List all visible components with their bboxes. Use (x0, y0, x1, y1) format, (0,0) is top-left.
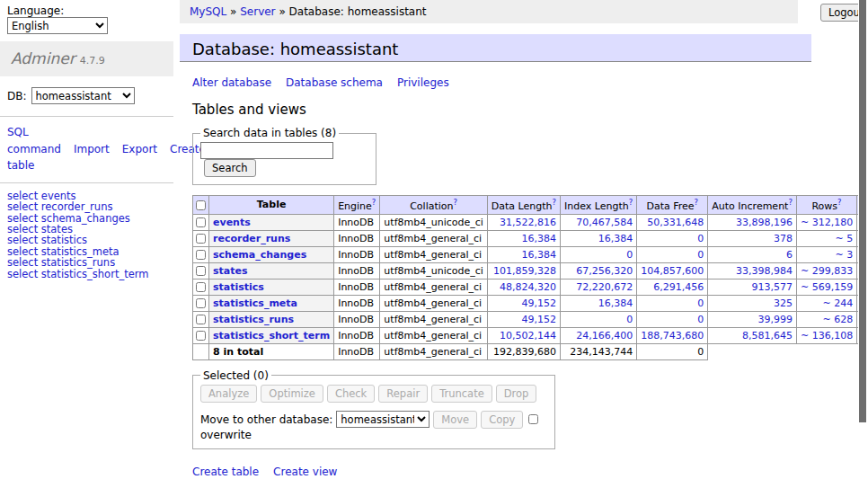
scrollbar-thumb[interactable] (859, 0, 866, 422)
rows-count-link[interactable]: ~ 569,159 (801, 281, 853, 293)
database-schema-link[interactable]: Database schema (286, 76, 383, 89)
table-link[interactable]: events (213, 217, 251, 228)
data-length-link[interactable]: 49,152 (522, 297, 557, 309)
copy-button[interactable]: Copy (481, 411, 523, 429)
rows-count-link[interactable]: ~ 244 (822, 297, 853, 309)
index-length-link[interactable]: 0 (626, 314, 633, 325)
import-link[interactable]: Import (74, 143, 110, 155)
data-length-link[interactable]: 16,384 (522, 249, 557, 261)
create-view-link[interactable]: Create view (273, 466, 337, 478)
repair-button[interactable]: Repair (378, 385, 428, 403)
index-length-link[interactable]: 70,467,584 (576, 217, 633, 228)
auto-increment-link[interactable]: 33,898,196 (736, 217, 793, 228)
sidebar-item-select-statistics-short-term[interactable]: select statistics_short_term (7, 269, 166, 279)
row-checkbox[interactable] (196, 266, 206, 276)
data-length-link[interactable]: 101,859,328 (493, 265, 556, 277)
row-checkbox[interactable] (196, 331, 206, 341)
sidebar-item-select-statistics-runs[interactable]: select statistics_runs (7, 257, 166, 268)
overwrite-checkbox[interactable] (528, 414, 538, 424)
rows-count-link[interactable]: ~ 312,180 (801, 217, 853, 228)
data-free-link[interactable]: 188,743,680 (641, 330, 704, 342)
search-button[interactable]: Search (204, 159, 256, 177)
data-length-link[interactable]: 10,502,144 (500, 330, 556, 342)
search-legend: Search data in tables (8) (200, 127, 339, 139)
truncate-button[interactable]: Truncate (431, 385, 492, 403)
move-button[interactable]: Move (433, 411, 477, 429)
table-link[interactable]: states (213, 265, 248, 277)
index-length-link[interactable]: 72,220,672 (576, 281, 633, 293)
data-free-link[interactable]: 0 (697, 233, 704, 244)
rows-count-link[interactable]: ~ 5 (835, 233, 853, 244)
auto-increment-link[interactable]: 33,398,984 (736, 265, 793, 277)
data-free-link[interactable]: 6,291,456 (653, 281, 704, 293)
vertical-scrollbar[interactable] (858, 0, 868, 488)
breadcrumb-server-link[interactable]: Server (240, 5, 275, 18)
data-free-link[interactable]: 0 (697, 297, 704, 309)
help-icon[interactable]: ? (553, 198, 557, 207)
index-length-link[interactable]: 24,166,400 (576, 330, 633, 342)
help-icon[interactable]: ? (788, 198, 793, 207)
table-row: events InnoDB utf8mb4_unicode_ci 31,522,… (193, 214, 868, 230)
sql-command-link[interactable]: SQL command (7, 126, 61, 155)
db-select[interactable]: homeassistant (31, 87, 135, 104)
data-length-link[interactable]: 48,824,320 (500, 281, 556, 293)
rows-count-link[interactable]: ~ 136,108 (801, 330, 853, 342)
select-all-checkbox[interactable] (196, 200, 206, 210)
index-length-link[interactable]: 16,384 (598, 233, 633, 244)
sidebar-item-select-recorder-runs[interactable]: select recorder_runs (7, 201, 166, 212)
help-icon[interactable]: ? (454, 198, 458, 207)
data-length-link[interactable]: 31,522,816 (500, 217, 556, 228)
sidebar-item-select-statistics[interactable]: select statistics (7, 235, 166, 245)
app-name[interactable]: Adminer (11, 49, 75, 67)
search-input[interactable] (200, 142, 333, 159)
sidebar-menu-links: SQL commandImportExportCreate table (0, 117, 173, 183)
alter-database-link[interactable]: Alter database (192, 76, 271, 89)
export-link[interactable]: Export (122, 143, 157, 155)
privileges-link[interactable]: Privileges (397, 76, 449, 89)
data-free-link[interactable]: 0 (697, 314, 704, 325)
help-icon[interactable]: ? (372, 198, 376, 207)
row-checkbox[interactable] (196, 250, 206, 260)
index-length-link[interactable]: 16,384 (598, 297, 633, 309)
language-select[interactable]: English (7, 17, 108, 34)
table-link[interactable]: statistics_runs (213, 314, 294, 325)
auto-increment-link[interactable]: 8,581,645 (742, 330, 793, 342)
data-free-link[interactable]: 50,331,648 (647, 217, 704, 228)
rows-count-link[interactable]: ~ 628 (822, 314, 853, 325)
table-link[interactable]: statistics_meta (213, 297, 297, 309)
auto-increment-link[interactable]: 6 (786, 249, 793, 261)
data-length-link[interactable]: 49,152 (522, 314, 557, 325)
breadcrumb-mysql-link[interactable]: MySQL (190, 5, 226, 18)
row-checkbox[interactable] (196, 298, 206, 308)
table-link[interactable]: recorder_runs (213, 233, 290, 244)
row-checkbox[interactable] (196, 217, 206, 227)
check-button[interactable]: Check (327, 385, 375, 403)
table-link[interactable]: schema_changes (213, 249, 306, 261)
auto-increment-link[interactable]: 325 (774, 297, 793, 309)
index-length-link[interactable]: 0 (626, 249, 633, 261)
rows-count-link[interactable]: ~ 3 (835, 249, 853, 261)
row-checkbox[interactable] (196, 315, 206, 324)
help-icon[interactable]: ? (695, 198, 699, 207)
optimize-button[interactable]: Optimize (261, 385, 323, 403)
data-free-link[interactable]: 104,857,600 (641, 265, 704, 277)
data-free-link[interactable]: 0 (697, 249, 704, 261)
help-icon[interactable]: ? (837, 198, 842, 207)
auto-increment-link[interactable]: 378 (774, 233, 793, 244)
total-label: 8 in total (209, 343, 334, 359)
create-table-link[interactable]: Create table (192, 466, 259, 478)
table-link[interactable]: statistics (213, 281, 264, 293)
auto-increment-link[interactable]: 913,577 (751, 281, 793, 293)
drop-button[interactable]: Drop (496, 385, 537, 403)
move-db-select[interactable]: homeassistant (336, 411, 430, 428)
row-checkbox[interactable] (196, 234, 206, 244)
analyze-button[interactable]: Analyze (200, 385, 257, 403)
help-icon[interactable]: ? (629, 198, 633, 207)
index-length-link[interactable]: 67,256,320 (576, 265, 633, 277)
rows-count-link[interactable]: ~ 299,833 (801, 265, 853, 277)
auto-increment-link[interactable]: 39,999 (757, 314, 793, 325)
data-length-link[interactable]: 16,384 (522, 233, 557, 244)
cell-collation: utf8mb4_general_ci (380, 295, 487, 311)
table-link[interactable]: statistics_short_term (213, 330, 330, 342)
row-checkbox[interactable] (196, 282, 206, 292)
